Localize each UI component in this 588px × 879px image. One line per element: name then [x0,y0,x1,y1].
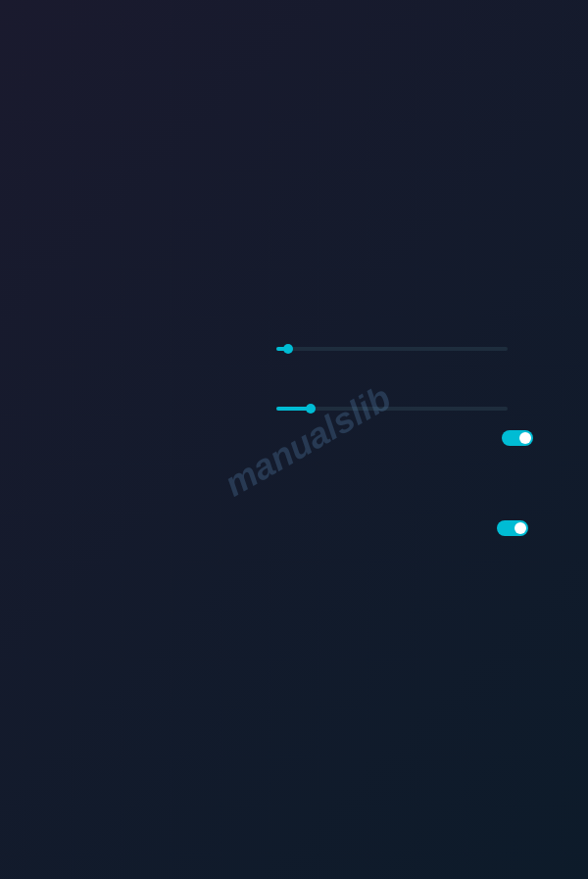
probe-enable-toggle[interactable] [502,430,533,446]
filament-sensor-toggle-knob [514,522,526,534]
beeper-slider-thumb [306,404,316,414]
filament-sensor-toggle[interactable] [497,520,528,536]
beeper-slider-track[interactable] [276,407,508,411]
fan-slider-track[interactable] [276,347,508,351]
probe-enable-toggle-knob [519,432,531,444]
fan-slider-thumb [283,344,293,354]
